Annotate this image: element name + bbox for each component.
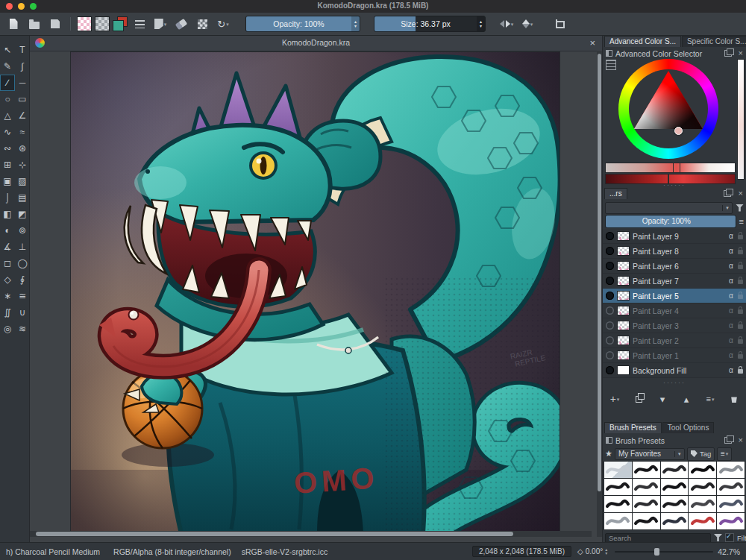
tool-gradient[interactable]: ▨ [15, 173, 30, 189]
tab-advanced-color-selector[interactable]: Advanced Color S... [604, 36, 681, 47]
visibility-toggle[interactable] [606, 277, 614, 285]
tool-select-shapes[interactable]: ↖ [0, 42, 15, 58]
docker-splitter[interactable]: ······ [603, 380, 746, 386]
tool-select-freehand[interactable]: ∮ [15, 271, 30, 288]
tab-brush-presets[interactable]: Brush Presets [604, 422, 662, 433]
filter-funnel-icon[interactable] [714, 534, 722, 541]
brush-preset[interactable] [604, 513, 632, 529]
presets-display-menu-button[interactable]: ≡▾ [717, 447, 732, 461]
brush-preset[interactable] [717, 513, 745, 529]
brush-preset[interactable] [633, 479, 660, 495]
lock-icon[interactable] [738, 295, 743, 299]
mirror-horizontal-button[interactable]: ▾ [498, 15, 515, 33]
layer-thumbnail[interactable] [617, 276, 630, 286]
close-document-button[interactable]: × [589, 37, 595, 48]
layer-row[interactable]: Paint Layer 6 α [603, 259, 746, 274]
tool-calligraphy[interactable]: ∫ [15, 58, 30, 75]
lock-icon[interactable] [738, 354, 743, 359]
reload-preset-button[interactable]: ↻ ▾ [214, 15, 232, 33]
alpha-icon[interactable]: α [727, 366, 735, 374]
close-docker-icon[interactable]: × [739, 436, 743, 444]
layer-properties-button[interactable]: ≡▾ [701, 391, 719, 406]
document-titlebar[interactable]: KomodoDragon.kra × [30, 36, 602, 51]
float-docker-icon[interactable] [724, 190, 731, 197]
tool-ellipse[interactable]: ○ [0, 91, 15, 107]
layer-options-icon[interactable]: ≡ [739, 218, 744, 226]
saturation-value-triangle[interactable] [634, 71, 703, 129]
close-docker-icon[interactable]: × [739, 49, 743, 57]
visibility-toggle[interactable] [606, 247, 614, 255]
tool-select-ellipse[interactable]: ◯ [15, 255, 30, 271]
brush-preset[interactable] [661, 462, 689, 478]
color-selector-settings-button[interactable] [606, 60, 616, 70]
eraser-mode-button[interactable] [172, 15, 190, 33]
lock-icon[interactable] [738, 265, 743, 269]
brush-search-input[interactable] [605, 533, 711, 543]
docker-splitter[interactable]: ······ [603, 182, 746, 188]
lock-icon[interactable] [738, 280, 743, 284]
crop-button[interactable] [550, 15, 568, 33]
layer-row[interactable]: Paint Layer 4 α [603, 303, 746, 318]
brush-preset[interactable] [604, 479, 632, 495]
canvas-artwork[interactable]: OMO [71, 52, 560, 534]
value-strip[interactable] [737, 59, 745, 180]
tool-pattern-edit[interactable]: ▤ [15, 189, 30, 206]
tool-rectangle[interactable]: ▭ [15, 91, 30, 107]
visibility-toggle[interactable] [606, 366, 614, 374]
duplicate-layer-button[interactable] [630, 391, 648, 406]
tool-select-similar[interactable]: ≅ [15, 288, 30, 304]
alpha-icon[interactable]: α [727, 262, 735, 270]
zoom-slider[interactable] [615, 547, 713, 556]
brush-preset[interactable] [689, 496, 716, 512]
alpha-icon[interactable]: α [727, 247, 735, 255]
pattern-chooser[interactable] [77, 16, 92, 31]
alpha-icon[interactable]: α [727, 336, 735, 345]
tool-select-contiguous[interactable]: ∗ [0, 288, 15, 304]
brush-preset[interactable] [689, 479, 716, 495]
add-layer-button[interactable]: +▾ [606, 391, 624, 406]
close-docker-icon[interactable]: × [739, 189, 743, 198]
tool-move[interactable]: ⊹ [15, 157, 30, 173]
lock-icon[interactable] [738, 235, 743, 239]
float-docker-icon[interactable] [724, 50, 732, 57]
alpha-icon[interactable]: α [727, 306, 735, 315]
brush-preset[interactable] [633, 496, 660, 512]
layer-row[interactable]: Paint Layer 3 α [603, 318, 746, 333]
brush-preset[interactable] [661, 479, 689, 495]
tool-select-rect[interactable]: ◻ [0, 255, 15, 271]
tool-fill[interactable]: ◧ [0, 206, 15, 222]
tool-smart-patch[interactable]: ⊚ [15, 222, 30, 239]
tool-select-bezier[interactable]: ∬ [0, 304, 15, 321]
size-slider[interactable]: Size: 36.37 px ▴▾ [374, 16, 486, 32]
tool-pan[interactable]: ≋ [15, 321, 30, 337]
horizontal-scrollbar-thumb[interactable] [36, 532, 513, 536]
tool-line[interactable]: ─ [15, 75, 30, 91]
lock-icon[interactable] [738, 369, 743, 374]
zoom-slider-thumb[interactable] [654, 548, 659, 556]
tool-multibrush[interactable]: ⊛ [15, 140, 30, 157]
alpha-icon[interactable]: α [727, 277, 735, 285]
alpha-icon[interactable]: α [727, 292, 735, 300]
tool-edit-shapes[interactable]: ✎ [0, 58, 15, 75]
brush-preset[interactable] [633, 513, 660, 529]
canvas-viewport[interactable]: OMO [30, 51, 597, 537]
tag-button[interactable]: Tag [687, 447, 715, 461]
tool-assistants[interactable]: ⊥ [15, 239, 30, 255]
opacity-slider[interactable]: Opacity: 100% ▴▾ [245, 16, 360, 32]
tab-layers[interactable]: ...rs [604, 188, 627, 199]
brush-preset[interactable] [717, 496, 745, 512]
alpha-icon[interactable]: α [727, 232, 735, 240]
choose-brush-preset-button[interactable] [131, 15, 148, 33]
tool-colorize-mask[interactable]: ◐ [0, 222, 15, 239]
layer-thumbnail[interactable] [617, 231, 630, 241]
vertical-scrollbar-thumb[interactable] [598, 54, 601, 491]
float-docker-icon[interactable] [724, 437, 732, 444]
preserve-alpha-button[interactable] [193, 15, 211, 33]
brush-preset[interactable] [604, 462, 632, 478]
tool-measure[interactable]: ∡ [0, 239, 15, 255]
tool-freehand-path[interactable]: ≈ [15, 124, 30, 140]
layer-row[interactable]: Paint Layer 5 α [603, 289, 746, 303]
canvas-rotation-widget[interactable]: ◇ 0.00° ▴▾ [577, 547, 607, 556]
tool-polyline[interactable]: ∠ [15, 107, 30, 124]
filter-in-tag-checkbox[interactable]: ✓ [725, 533, 734, 542]
